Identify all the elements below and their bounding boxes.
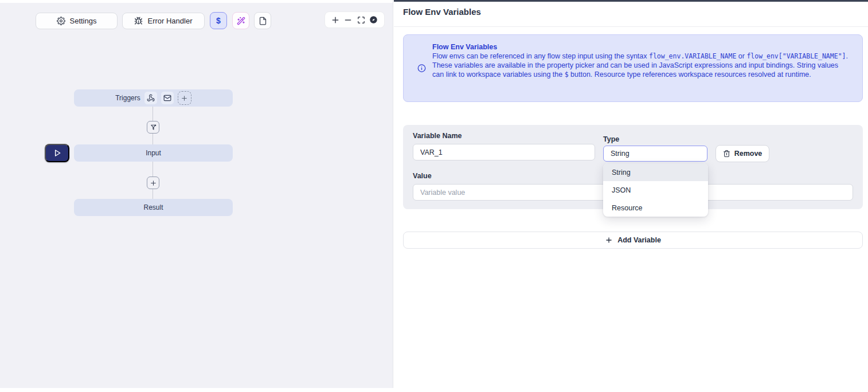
settings-button-label: Settings [70,17,97,25]
type-option-json[interactable]: JSON [603,181,708,199]
export-doc-button[interactable] [254,12,271,29]
canvas-top-gap [0,0,393,3]
variable-name-input[interactable] [413,144,595,160]
settings-button[interactable]: Settings [36,13,118,29]
webhook-icon[interactable] [144,92,157,104]
type-label: Type [603,135,619,143]
result-node[interactable]: Result [74,199,233,216]
type-select[interactable] [603,146,707,162]
flow-env-panel: Flow Env Variables Flow Env Variables Fl… [394,0,868,392]
plus-icon [181,95,188,102]
add-variable-label: Add Variable [617,236,661,244]
filter-icon [150,124,157,131]
error-handler-button-label: Error Handler [147,17,192,25]
bug-icon [134,17,143,25]
alert-text-pre: Flow envs can be referenced in any flow … [432,52,649,60]
zoom-in-button[interactable] [330,15,341,25]
info-icon [417,64,426,73]
zoom-out-button[interactable] [343,15,353,25]
canvas-controls [324,11,385,28]
page-title: Flow Env Variables [403,7,481,17]
value-label: Value [413,172,432,180]
add-step-button[interactable] [147,177,159,189]
remove-variable-button[interactable]: Remove [715,145,769,162]
ai-wand-button[interactable] [232,12,249,29]
trash-icon [723,150,730,158]
type-option-string[interactable]: String [603,163,708,181]
play-icon [53,148,62,158]
triggers-node-label: Triggers [115,94,140,102]
add-trigger-button[interactable] [178,91,191,105]
compass-icon[interactable] [369,15,379,25]
preprocessor-filter-button[interactable] [147,121,159,134]
type-dropdown-menu: String JSON Resource [603,163,708,217]
flow-env-dollar-button[interactable]: $ [210,12,227,29]
alert-text-mid1: or [736,52,746,60]
input-node-label: Input [146,149,161,157]
alert-body: Flow Env Variables Flow envs can be refe… [432,42,851,79]
header-divider [394,26,868,27]
triggers-node[interactable]: Triggers [74,89,233,107]
result-node-label: Result [143,203,163,211]
alert-code-2: flow_env["VARIABLE_NAME"] [746,52,846,60]
alert-code-3: $ [565,70,569,79]
dollar-sign-label: $ [216,16,221,25]
mail-icon[interactable] [161,92,174,104]
fit-view-button[interactable] [356,15,366,25]
file-icon [259,17,267,25]
plus-icon [150,179,157,187]
error-handler-button[interactable]: Error Handler [122,13,205,29]
alert-title: Flow Env Variables [432,42,851,52]
magic-wand-icon [237,17,245,25]
alert-code-1: flow_env.VARIABLE_NAME [649,52,736,60]
run-flow-button[interactable] [45,144,69,162]
type-option-resource[interactable]: Resource [603,199,708,217]
gear-icon [57,17,65,25]
alert-text-mid3: button. Resource type references workspa… [569,70,811,79]
add-variable-button[interactable]: Add Variable [403,232,863,249]
remove-button-label: Remove [734,150,763,158]
plus-icon [605,236,613,244]
flow-canvas[interactable]: Settings Error Handler $ [0,0,393,388]
variable-name-label: Variable Name [413,132,462,140]
input-node[interactable]: Input [74,144,233,162]
info-alert: Flow Env Variables Flow envs can be refe… [403,34,863,102]
